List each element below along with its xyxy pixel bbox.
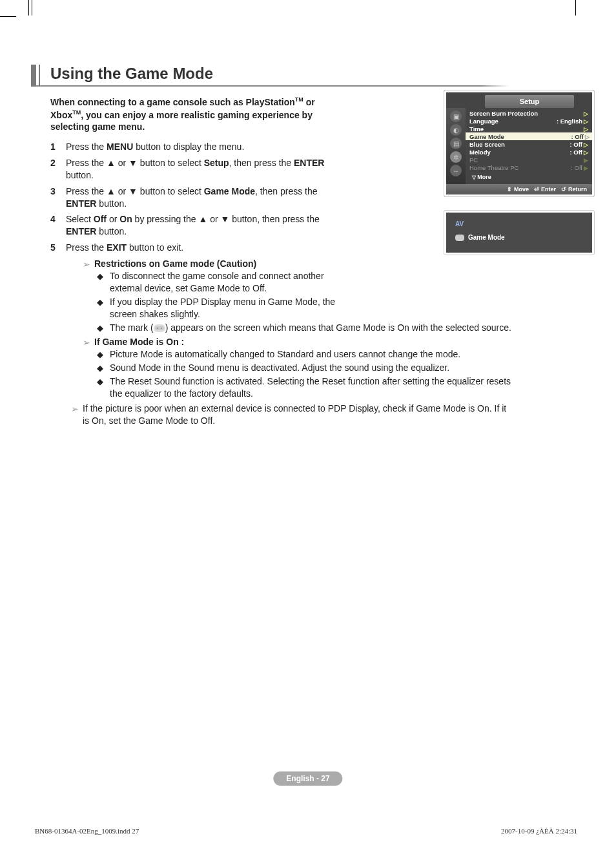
- t: Off: [94, 214, 107, 224]
- osd-body: ▣ ◐ ▤ ✲ ↔ Screen Burn Protection▷ Langua…: [446, 108, 592, 184]
- footer-file: BN68-01364A-02Eng_1009.indd 27: [35, 827, 139, 835]
- chevron-right-icon: ▷: [585, 134, 590, 140]
- t: ) appears on the screen which means that…: [165, 322, 511, 333]
- footer-date: 2007-10-09 ¿ÀÈÄ 2:24:31: [501, 827, 577, 835]
- setup-tab-icon[interactable]: ✲: [450, 151, 462, 163]
- t: If you display the PDP Display menu in G…: [110, 297, 335, 319]
- list-item: To disconnect the game console and conne…: [97, 270, 355, 295]
- input-tab-icon[interactable]: ↔: [450, 165, 462, 176]
- t: Game Mode: [204, 186, 255, 196]
- t: Sound Mode in the Sound menu is deactiva…: [110, 362, 449, 373]
- step-number: 5: [50, 242, 66, 254]
- t: by pressing the ▲ or ▼ button, then pres…: [132, 214, 320, 224]
- list-item: If you display the PDP Display menu in G…: [97, 296, 342, 320]
- t: Press the ▲ or ▼ button to select: [66, 158, 204, 168]
- osd-row[interactable]: Screen Burn Protection▷: [469, 109, 591, 117]
- step-text: Press the ▲ or ▼ button to select Game M…: [66, 185, 344, 210]
- osd-row-selected[interactable]: Game Mode: Off▷: [466, 132, 592, 140]
- step-text: Press the MENU button to display the men…: [66, 141, 244, 153]
- t: ENTER: [66, 226, 96, 236]
- osd-row-disabled: PC▶: [469, 156, 591, 163]
- lbl: Blue Screen: [469, 141, 505, 148]
- t: ENTER: [66, 198, 96, 209]
- osd-row[interactable]: Time▷: [469, 125, 591, 132]
- t: button.: [66, 170, 94, 180]
- step-text: Press the EXIT button to exit.: [66, 242, 183, 254]
- osd-footer: ⇕Move ⏎Enter ↺Return: [446, 184, 592, 194]
- val: : Off: [570, 141, 582, 148]
- svg-point-1: [157, 328, 158, 329]
- osd-title: Setup: [485, 95, 574, 108]
- osd-row[interactable]: Melody: Off▷: [469, 148, 591, 156]
- osd-window: Setup ▣ ◐ ▤ ✲ ↔ Screen Burn Protection▷ …: [444, 90, 594, 196]
- chevron-right-icon: ▶: [584, 165, 588, 171]
- t: EXIT: [107, 242, 127, 253]
- svg-point-2: [161, 328, 162, 329]
- t: Press the: [66, 242, 107, 253]
- picture-tab-icon[interactable]: ▣: [450, 110, 462, 122]
- return-icon: ↺: [561, 186, 566, 193]
- game-mode-on-list: Picture Mode is automatically changed to…: [97, 348, 515, 400]
- osd-row[interactable]: Blue Screen: Off▷: [469, 140, 591, 148]
- arrow-right-icon: [83, 258, 90, 271]
- gamemode-label: Game Mode: [468, 234, 505, 241]
- t: The mark (: [110, 322, 154, 333]
- t: button.: [96, 226, 127, 236]
- step-text: Press the ▲ or ▼ button to select Setup,…: [66, 157, 337, 182]
- t: To disconnect the game console and conne…: [110, 271, 324, 293]
- t: Setup: [204, 158, 229, 168]
- lbl: Screen Burn Protection: [469, 110, 538, 117]
- t: Picture Mode is automatically changed to…: [110, 349, 460, 359]
- osd-hint-enter: ⏎Enter: [534, 186, 556, 193]
- list-item: The Reset Sound function is activated. S…: [97, 375, 515, 400]
- t: Select: [66, 214, 94, 224]
- updown-icon: ⇕: [507, 186, 512, 193]
- osd-menu-list: Screen Burn Protection▷ Language: Englis…: [466, 108, 592, 184]
- t: , then press the: [229, 158, 294, 168]
- chevron-right-icon: ▷: [584, 126, 588, 132]
- sound-tab-icon[interactable]: ◐: [450, 124, 462, 136]
- osd-setup-panel: Setup ▣ ◐ ▤ ✲ ↔ Screen Burn Protection▷ …: [444, 90, 594, 255]
- val: : English: [557, 118, 582, 125]
- title-bar-wrap: Using the Game Mode: [31, 65, 580, 87]
- note-heading-row: Restrictions on Game mode (Caution): [83, 258, 515, 270]
- print-footer: BN68-01364A-02Eng_1009.indd 27 2007-10-0…: [35, 827, 577, 835]
- osd-more[interactable]: More: [469, 171, 591, 184]
- lbl: Time: [469, 125, 484, 132]
- t: Move: [514, 186, 529, 193]
- val: : Off: [570, 149, 582, 156]
- intro-text: When connecting to a game console such a…: [50, 96, 334, 133]
- chevron-right-icon: ▷: [584, 149, 588, 156]
- t: button.: [96, 198, 127, 209]
- page-title: Using the Game Mode: [50, 65, 213, 87]
- chevron-right-icon: ▷: [584, 110, 588, 117]
- list-item: The mark () appears on the screen which …: [97, 322, 515, 334]
- t: Press the ▲ or ▼ button to select: [66, 186, 204, 196]
- t: button to exit.: [127, 242, 183, 253]
- osd-row[interactable]: Language: English▷: [469, 117, 591, 125]
- t: MENU: [107, 142, 133, 152]
- osd-row-disabled: Home Theatre PC: Off▶: [469, 163, 591, 171]
- list-item: Picture Mode is automatically changed to…: [97, 348, 515, 361]
- t: ENTER: [294, 158, 324, 168]
- step-number: 4: [50, 213, 66, 238]
- osd-hint-return: ↺Return: [561, 186, 587, 193]
- channel-tab-icon[interactable]: ▤: [450, 138, 462, 149]
- gamepad-icon: [154, 324, 165, 332]
- gamepad-icon: [455, 235, 464, 241]
- lbl: Melody: [469, 149, 491, 156]
- poor-picture-note: If the picture is poor when an external …: [83, 403, 515, 427]
- trademark-sup: TM: [295, 96, 303, 103]
- restrictions-list: To disconnect the game console and conne…: [97, 270, 515, 333]
- note-heading-row: If Game Mode is On :: [83, 336, 515, 348]
- enter-icon: ⏎: [534, 186, 539, 193]
- t: Press the: [66, 142, 107, 152]
- step-number: 1: [50, 141, 66, 153]
- osd-hint-move: ⇕Move: [507, 186, 529, 193]
- lbl: Home Theatre PC: [469, 164, 518, 171]
- note-restrictions: Restrictions on Game mode (Caution) To d…: [83, 258, 515, 427]
- lbl: Language: [469, 118, 498, 125]
- t: , then press the: [255, 186, 318, 196]
- t: Return: [568, 186, 587, 193]
- title-accent-thin: [39, 65, 40, 87]
